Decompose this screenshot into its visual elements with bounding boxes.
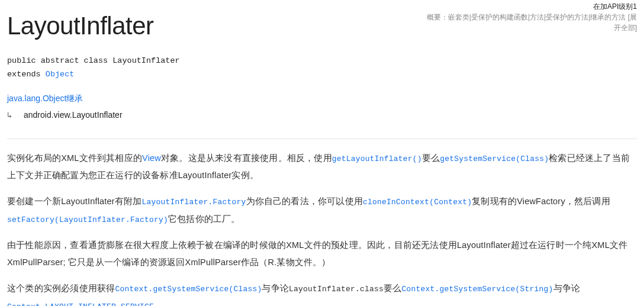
link-context-layout-inflater-service[interactable]: Context.LAYOUT_INFLATER_SERVICE: [7, 302, 154, 306]
link-java-lang-object[interactable]: java.lang.Object继承: [7, 94, 83, 103]
code-layoutinflater-class: LayoutInflater.class: [289, 285, 384, 294]
summary-nav: 概要：嵌套类|受保护的构建函数|方法|受保护的方法|继承的方法 [展开全部]: [424, 12, 637, 33]
link-context-getsystemservice-string[interactable]: Context.getSystemService(String): [402, 285, 553, 294]
link-view[interactable]: View: [142, 153, 161, 163]
link-context-getsystemservice-class[interactable]: Context.getSystemService(Class): [115, 285, 262, 294]
link-setfactory[interactable]: setFactory(LayoutInflater.Factory): [7, 215, 168, 224]
link-cloneincontext[interactable]: cloneInContext(Context): [363, 198, 472, 207]
paragraph-1: 实例化布局的XML文件到其相应的View对象。这是从来没有直接使用。相反，使用g…: [7, 150, 637, 185]
header-meta: 在加API级别1 概要：嵌套类|受保护的构建函数|方法|受保护的方法|继承的方法…: [424, 1, 637, 33]
link-object[interactable]: Object: [46, 70, 75, 79]
inheritance-tree: java.lang.Object继承 ↳android.view.LayoutI…: [7, 90, 637, 129]
paragraph-4: 这个类的实例必须使用获得Context.getSystemService(Cla…: [7, 280, 637, 306]
paragraph-2: 要创建一个新LayoutInflater有附加LayoutInflater.Fa…: [7, 193, 637, 228]
class-signature: public abstract class LayoutInflater ext…: [7, 54, 637, 90]
paragraph-3: 由于性能原因，查看通货膨胀在很大程度上依赖于被在编译的时候做的XML文件的预处理…: [7, 237, 637, 272]
link-getsystemservice-class[interactable]: getSystemService(Class): [440, 154, 549, 163]
link-getlayoutinflater[interactable]: getLayoutInflater(): [332, 154, 422, 163]
api-level-badge: 在加API级别1: [424, 1, 637, 12]
link-layoutinflater-factory[interactable]: LayoutInflater.Factory: [141, 198, 246, 207]
divider: [7, 138, 637, 139]
tree-arrow-icon: ↳: [7, 107, 24, 123]
inheritance-current: android.view.LayoutInflater: [24, 110, 123, 120]
